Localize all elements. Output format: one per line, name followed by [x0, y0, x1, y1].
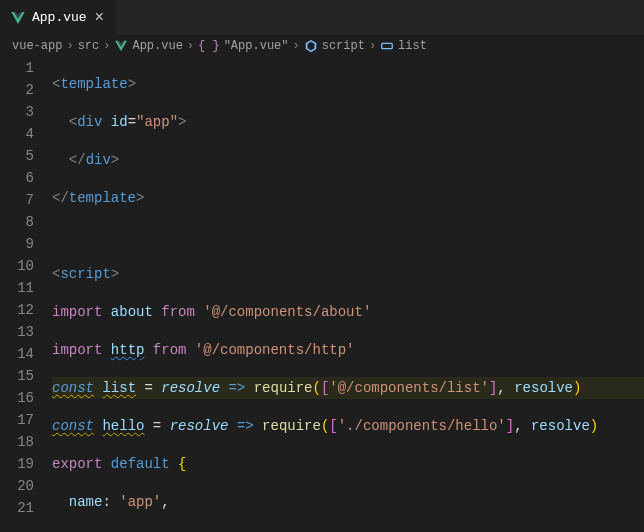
code-line[interactable] — [52, 225, 644, 247]
code-line[interactable]: <div id="app"> — [52, 111, 644, 133]
code-line-active[interactable]: const list = resolve => require(['@/comp… — [52, 377, 644, 399]
chevron-right-icon: › — [292, 39, 299, 53]
breadcrumb-item[interactable]: script — [304, 39, 365, 53]
breadcrumb-item[interactable]: src — [78, 39, 100, 53]
module-icon — [304, 39, 318, 53]
code-line[interactable]: </template> — [52, 187, 644, 209]
variable-icon — [380, 39, 394, 53]
code-line[interactable]: <script> — [52, 263, 644, 285]
code-area[interactable]: <template> <div id="app"> </div> </templ… — [52, 57, 644, 532]
breadcrumb-item[interactable]: App.vue — [114, 39, 182, 53]
chevron-right-icon: › — [187, 39, 194, 53]
code-line[interactable]: <template> — [52, 73, 644, 95]
vue-icon — [114, 39, 128, 53]
breadcrumb-label: list — [398, 39, 427, 53]
tab-app-vue[interactable]: App.vue × — [0, 0, 116, 35]
breadcrumb-label: "App.vue" — [224, 39, 289, 53]
breadcrumb-item[interactable]: list — [380, 39, 427, 53]
braces-icon: { } — [198, 39, 220, 53]
vue-icon — [10, 10, 26, 26]
code-line[interactable]: import http from '@/components/http' — [52, 339, 644, 361]
code-line[interactable]: const hello = resolve => require(['./com… — [52, 415, 644, 437]
chevron-right-icon: › — [369, 39, 376, 53]
tab-label: App.vue — [32, 10, 87, 25]
close-icon[interactable]: × — [93, 9, 107, 27]
breadcrumb-label: script — [322, 39, 365, 53]
editor[interactable]: 123456789101112131415161718192021 <templ… — [0, 57, 644, 532]
breadcrumb: vue-app › src › App.vue › { } "App.vue" … — [0, 35, 644, 57]
chevron-right-icon: › — [66, 39, 73, 53]
breadcrumb-item[interactable]: { } "App.vue" — [198, 39, 288, 53]
breadcrumb-item[interactable]: vue-app — [12, 39, 62, 53]
code-line[interactable]: export default { — [52, 453, 644, 475]
svg-rect-0 — [382, 43, 393, 48]
breadcrumb-label: App.vue — [132, 39, 182, 53]
tab-bar: App.vue × — [0, 0, 644, 35]
code-line[interactable]: import about from '@/components/about' — [52, 301, 644, 323]
line-numbers: 123456789101112131415161718192021 — [0, 57, 52, 532]
code-line[interactable]: </div> — [52, 149, 644, 171]
chevron-right-icon: › — [103, 39, 110, 53]
code-line[interactable]: name: 'app', — [52, 491, 644, 513]
